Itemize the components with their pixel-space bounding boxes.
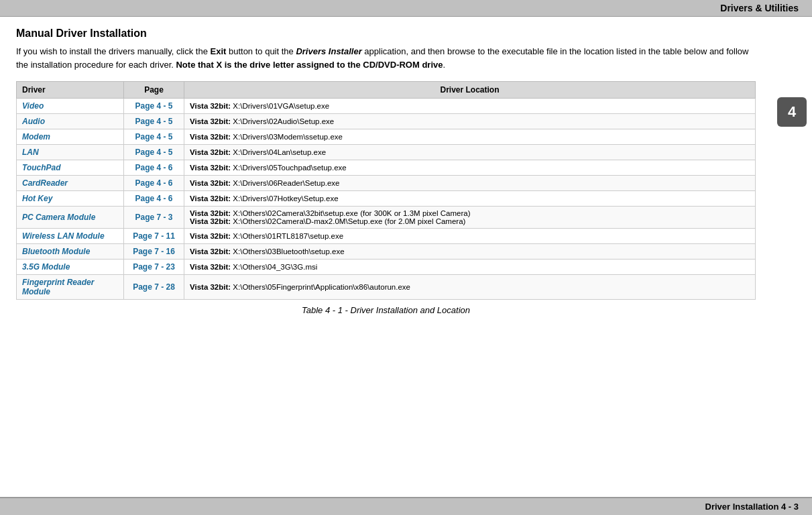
cell-driver: Fingerprint Reader Module: [17, 275, 124, 300]
intro-note-bold: Note that X is the drive letter assigned…: [176, 60, 443, 70]
table-row: ModemPage 4 - 5Vista 32bit: X:\Drivers\0…: [17, 129, 756, 145]
col-header-driver: Driver: [17, 82, 124, 99]
right-sidebar: 4: [772, 17, 812, 497]
cell-page: Page 4 - 5: [124, 145, 184, 160]
cell-driver: Audio: [17, 114, 124, 129]
intro-exit-bold: Exit: [211, 46, 227, 56]
cell-driver: 3.5G Module: [17, 260, 124, 275]
table-row: AudioPage 4 - 5Vista 32bit: X:\Drivers\0…: [17, 114, 756, 129]
cell-driver: Video: [17, 99, 124, 114]
cell-page: Page 4 - 5: [124, 114, 184, 129]
cell-location: Vista 32bit: X:\Drivers\02Audio\Setup.ex…: [184, 114, 756, 129]
cell-driver: Hot Key: [17, 191, 124, 207]
cell-driver: CardReader: [17, 176, 124, 191]
cell-location: Vista 32bit: X:\Drivers\07Hotkey\Setup.e…: [184, 191, 756, 207]
bottom-bar: Driver Installation 4 - 3: [0, 497, 812, 515]
table-row: PC Camera ModulePage 7 - 3Vista 32bit: X…: [17, 207, 756, 229]
cell-location: Vista 32bit: X:\Others\04_3G\3G.msi: [184, 260, 756, 275]
cell-driver: Modem: [17, 129, 124, 145]
section-title: Manual Driver Installation: [16, 27, 756, 40]
intro-text-mid: button to quit the: [226, 46, 296, 56]
table-row: CardReaderPage 4 - 6Vista 32bit: X:\Driv…: [17, 176, 756, 191]
footer-text: Driver Installation 4 - 3: [705, 502, 799, 512]
caption-italic: Table 4 - 1: [302, 305, 343, 315]
cell-page: Page 4 - 5: [124, 129, 184, 145]
cell-location: Vista 32bit: X:\Drivers\01VGA\setup.exe: [184, 99, 756, 114]
cell-page: Page 7 - 11: [124, 229, 184, 244]
col-header-location: Driver Location: [184, 82, 756, 99]
cell-page: Page 7 - 16: [124, 244, 184, 260]
main-content: Manual Driver Installation If you wish t…: [0, 17, 812, 497]
cell-page: Page 4 - 6: [124, 191, 184, 207]
content-area: Manual Driver Installation If you wish t…: [0, 17, 772, 497]
table-caption: Table 4 - 1 - Driver Installation and Lo…: [16, 305, 756, 315]
cell-page: Page 4 - 5: [124, 99, 184, 114]
cell-location: Vista 32bit: X:\Drivers\06Reader\Setup.e…: [184, 176, 756, 191]
cell-location: Vista 32bit: X:\Drivers\05Touchpad\setup…: [184, 160, 756, 176]
driver-table: Driver Page Driver Location VideoPage 4 …: [16, 81, 756, 300]
cell-location: Vista 32bit: X:\Others\03Bluetooth\setup…: [184, 244, 756, 260]
intro-paragraph: If you wish to install the drivers manua…: [16, 45, 756, 72]
cell-location: Vista 32bit: X:\Others\05Fingerprint\App…: [184, 275, 756, 300]
header-title: Drivers & Utilities: [720, 3, 799, 13]
table-row: 3.5G ModulePage 7 - 23Vista 32bit: X:\Ot…: [17, 260, 756, 275]
cell-page: Page 7 - 3: [124, 207, 184, 229]
cell-page: Page 7 - 23: [124, 260, 184, 275]
cell-location: Vista 32bit: X:\Others\02Camera\32bit\se…: [184, 207, 756, 229]
table-row: Hot KeyPage 4 - 6Vista 32bit: X:\Drivers…: [17, 191, 756, 207]
intro-text-pre: If you wish to install the drivers manua…: [16, 46, 211, 56]
intro-period: .: [443, 60, 445, 70]
cell-location: Vista 32bit: X:\Others\01RTL8187\setup.e…: [184, 229, 756, 244]
intro-drivers-installer-bold: Drivers Installer: [296, 46, 361, 56]
cell-driver: TouchPad: [17, 160, 124, 176]
cell-location: Vista 32bit: X:\Drivers\04Lan\setup.exe: [184, 145, 756, 160]
caption-text: - Driver Installation and Location: [343, 305, 470, 315]
col-header-page: Page: [124, 82, 184, 99]
cell-driver: LAN: [17, 145, 124, 160]
cell-page: Page 7 - 28: [124, 275, 184, 300]
cell-page: Page 4 - 6: [124, 176, 184, 191]
top-bar: Drivers & Utilities: [0, 0, 812, 17]
cell-driver: Bluetooth Module: [17, 244, 124, 260]
table-row: LANPage 4 - 5Vista 32bit: X:\Drivers\04L…: [17, 145, 756, 160]
cell-driver: PC Camera Module: [17, 207, 124, 229]
table-row: Fingerprint Reader ModulePage 7 - 28Vist…: [17, 275, 756, 300]
table-header-row: Driver Page Driver Location: [17, 82, 756, 99]
table-row: TouchPadPage 4 - 6Vista 32bit: X:\Driver…: [17, 160, 756, 176]
page-wrapper: Drivers & Utilities Manual Driver Instal…: [0, 0, 812, 515]
cell-location: Vista 32bit: X:\Drivers\03Modem\ssetup.e…: [184, 129, 756, 145]
table-row: VideoPage 4 - 5Vista 32bit: X:\Drivers\0…: [17, 99, 756, 114]
chapter-badge: 4: [777, 97, 807, 127]
table-row: Wireless LAN ModulePage 7 - 11Vista 32bi…: [17, 229, 756, 244]
cell-page: Page 4 - 6: [124, 160, 184, 176]
table-row: Bluetooth ModulePage 7 - 16Vista 32bit: …: [17, 244, 756, 260]
cell-driver: Wireless LAN Module: [17, 229, 124, 244]
